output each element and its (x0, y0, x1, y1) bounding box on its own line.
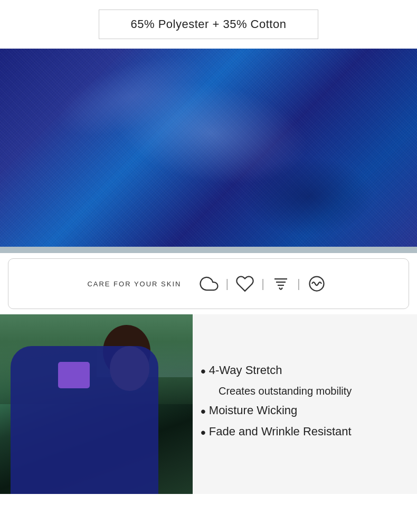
heart-icon (232, 270, 258, 297)
svg-point-3 (309, 277, 324, 291)
bullet-moisture: • (201, 404, 206, 419)
wave-svg (307, 274, 326, 293)
feature-item-fade: • Fade and Wrinkle Resistant (201, 424, 404, 440)
fabric-composition-box: 65% Polyester + 35% Cotton (99, 10, 319, 39)
cloud-svg (200, 274, 219, 293)
model-collar (58, 362, 90, 388)
moisture-svg (271, 274, 290, 293)
features-section: • 4-Way Stretch Creates outstanding mobi… (193, 314, 417, 494)
feature-stretch-title: 4-Way Stretch (209, 363, 282, 378)
divider-bar (0, 247, 417, 253)
wave-icon (304, 270, 330, 297)
fabric-shadow (243, 157, 375, 236)
feature-item-stretch: • 4-Way Stretch (201, 363, 404, 379)
bullet-stretch: • (201, 364, 206, 379)
care-label: CARE FOR YOUR SKIN (87, 280, 181, 288)
separator-2: | (261, 278, 264, 290)
bullet-fade: • (201, 425, 206, 440)
feature-moisture-title: Moisture Wicking (209, 403, 297, 418)
top-label-section: 65% Polyester + 35% Cotton (0, 0, 417, 49)
moisture-icon (268, 270, 294, 297)
bottom-section: • 4-Way Stretch Creates outstanding mobi… (0, 314, 417, 494)
separator-1: | (225, 278, 229, 290)
fabric-composition-text: 65% Polyester + 35% Cotton (131, 17, 287, 31)
care-section: CARE FOR YOUR SKIN | | | (8, 258, 409, 309)
feature-item-moisture: • Moisture Wicking (201, 403, 404, 419)
fabric-image (0, 49, 417, 247)
heart-svg (235, 274, 254, 293)
feature-fade-title: Fade and Wrinkle Resistant (209, 424, 352, 440)
model-photo (0, 314, 193, 494)
separator-3: | (297, 278, 300, 290)
feature-stretch-subtitle: Creates outstanding mobility (219, 384, 404, 398)
care-icons-group: | | | (196, 270, 329, 297)
cloud-icon (196, 270, 222, 297)
